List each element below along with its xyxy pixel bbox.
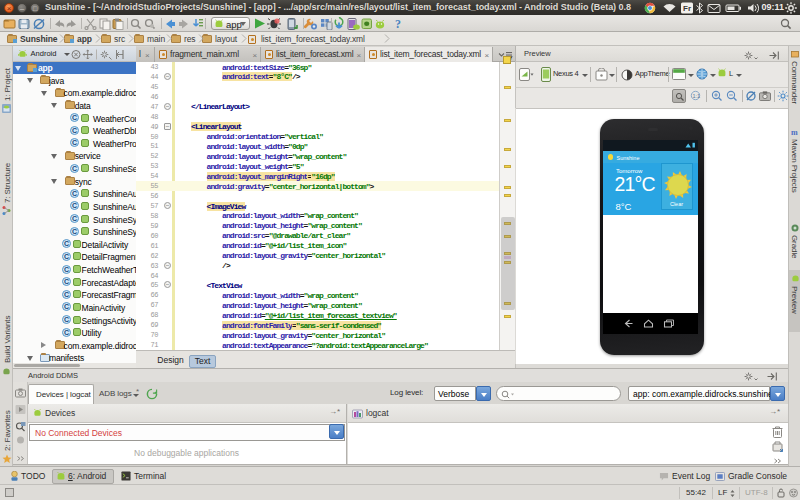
svg-text:Fr: Fr — [683, 4, 691, 13]
svg-text:?: ? — [395, 17, 401, 30]
svg-text:m: m — [791, 128, 798, 136]
svg-text:1:1: 1:1 — [692, 93, 700, 99]
